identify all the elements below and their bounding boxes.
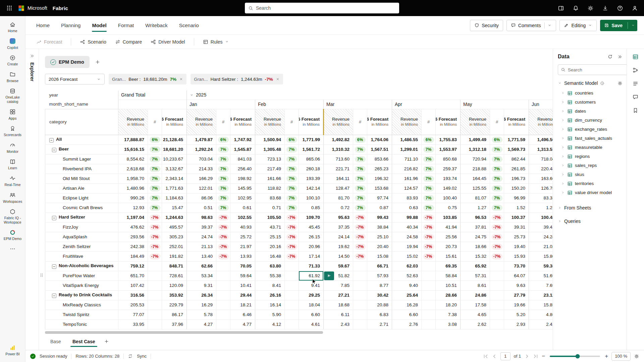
close-icon[interactable] — [276, 77, 280, 81]
grid-cell[interactable]: 198.92 — [230, 174, 255, 183]
sheet-tab-base[interactable]: Base — [45, 336, 66, 348]
grid-cell[interactable]: 6% — [285, 135, 299, 144]
grid-cell[interactable]: 703.04 — [187, 154, 216, 164]
grid-cell[interactable]: 51.69 — [529, 271, 553, 281]
grid-cell[interactable]: 86.06 — [187, 193, 216, 203]
grid-cell[interactable]: 4.65 — [461, 310, 490, 319]
close-icon[interactable] — [179, 77, 183, 81]
grid-cell[interactable]: 103.85 — [436, 213, 461, 222]
grid-cell[interactable]: -7% — [353, 213, 367, 222]
sheet-settings-button[interactable] — [634, 354, 639, 359]
grid-cell[interactable] — [353, 261, 367, 271]
grid-cell[interactable]: 45.45 — [299, 222, 324, 232]
forecast-version-dropdown[interactable]: 2026 Forecast — [45, 74, 105, 84]
grid-cell[interactable]: 7% — [490, 193, 504, 203]
grid-cell[interactable]: 9.41 — [299, 281, 324, 290]
horizontal-scrollbar-thumb[interactable] — [45, 331, 323, 334]
grid-cell[interactable]: 7% — [353, 154, 367, 164]
grid-cell[interactable]: -7% — [148, 213, 162, 222]
grid-cell[interactable] — [216, 271, 230, 281]
grid-cell[interactable]: 1,486.55 — [392, 135, 422, 144]
grid-cell[interactable]: 9.40 — [392, 281, 422, 290]
grid-cell[interactable]: 1,755.83 — [436, 135, 461, 144]
table-node-value-driver-model[interactable]: value driver model — [558, 188, 623, 197]
grid-cell[interactable]: 3.08 — [436, 319, 461, 329]
grid-cell[interactable] — [285, 300, 299, 310]
grid-cell[interactable] — [148, 310, 162, 319]
grid-cell[interactable]: 841.03 — [230, 154, 255, 164]
grid-cell[interactable] — [285, 271, 299, 281]
grid-cell[interactable]: 7% — [490, 164, 504, 174]
grid-cell[interactable]: 120.09 — [162, 281, 187, 290]
grid-cell[interactable]: 100.40 — [436, 193, 461, 203]
grid-cell[interactable]: 4.12 — [255, 319, 285, 329]
grid-cell[interactable]: 260.18 — [299, 164, 324, 174]
grid-cell[interactable]: 21,128.45 — [162, 135, 187, 144]
grid-cell[interactable]: 17.14 — [299, 251, 324, 261]
row-header-zenith-seltzer[interactable]: Zenith Seltzer — [45, 242, 118, 251]
grid-cell[interactable]: 71.33 — [299, 261, 324, 271]
grid-cell[interactable]: 17.58 — [461, 300, 490, 310]
grid-cell[interactable]: 153.68 — [367, 183, 392, 193]
grid-cell[interactable]: 6.11 — [324, 310, 353, 319]
grid-cell[interactable]: 7% — [285, 193, 299, 203]
grid-cell[interactable]: 63.80 — [255, 261, 285, 271]
grid-cell[interactable]: 21.02 — [529, 242, 553, 251]
grid-cell[interactable]: 7.69 — [529, 281, 553, 290]
queries-node[interactable]: Queries — [558, 219, 623, 224]
grid-cell[interactable]: 1.52 — [504, 203, 529, 213]
table-node-sales-reps[interactable]: sales_reps — [558, 161, 623, 170]
grid-cell[interactable]: 9.31 — [187, 281, 216, 290]
row-header-pureflow-water[interactable]: PureFlow Water — [45, 271, 118, 281]
collapse-group-icon[interactable]: − — [52, 148, 56, 152]
expand-explorer-button[interactable] — [30, 54, 35, 58]
row-header-aquasplash[interactable]: AquaSplash — [45, 232, 118, 242]
global-search[interactable] — [245, 3, 399, 13]
grid-cell[interactable]: 476.62 — [118, 222, 148, 232]
grid-cell[interactable]: 7% — [285, 154, 299, 164]
grid-cell[interactable]: 70.05 — [230, 261, 255, 271]
chevron-down-icon[interactable] — [190, 93, 194, 97]
grid-cell[interactable]: 7% — [422, 164, 436, 174]
grid-cell[interactable] — [353, 319, 367, 329]
table-node-fast-sales-actuals[interactable]: fast_sales_actuals — [558, 134, 623, 143]
grid-cell[interactable]: 196.73 — [504, 174, 529, 183]
add-sheet-button[interactable] — [104, 339, 109, 344]
fabric-logo[interactable]: Microsoft Fabric — [18, 5, 68, 11]
grid-cell[interactable]: 229.79 — [162, 300, 187, 310]
toolbar-compare-button[interactable]: Compare — [115, 39, 142, 45]
grid-cell[interactable]: 26.34 — [187, 290, 216, 300]
side-panel-button[interactable] — [558, 5, 564, 11]
grid-cell[interactable]: 15.02 — [392, 251, 422, 261]
grid-cell[interactable]: 95.63 — [324, 213, 353, 222]
variance-column-header[interactable]: # — [353, 109, 367, 135]
grid-cell[interactable]: 25.73 — [504, 232, 529, 242]
grid-cell[interactable]: 16.14 — [255, 300, 285, 310]
data-panel-search[interactable] — [558, 64, 630, 75]
grid-cell[interactable]: 15.85 — [529, 300, 553, 310]
table-node-countries[interactable]: countries — [558, 88, 623, 98]
month-header-jun[interactable]: Jun — [529, 100, 553, 109]
chevron-right-icon[interactable] — [561, 155, 565, 158]
comments-icon[interactable] — [632, 94, 639, 100]
grid-cell[interactable]: 96.99 — [504, 193, 529, 203]
forecast-column-header[interactable]: 2026 Forecastin Millions — [230, 109, 255, 135]
grid-cell[interactable]: 0.75 — [436, 203, 461, 213]
row-header-twistd-spiritz[interactable]: Twistd Spiritz — [45, 310, 118, 319]
grid-cell[interactable]: 1,305.48 — [255, 144, 285, 154]
grid-cell[interactable]: 8.41 — [255, 281, 285, 290]
grid-cell[interactable]: 5.20 — [504, 310, 529, 319]
grid-cell[interactable]: 196.32 — [367, 174, 392, 183]
month-header-mar[interactable]: Mar — [324, 100, 392, 109]
grid-cell[interactable]: 2.62 — [461, 319, 490, 329]
chevron-right-icon[interactable] — [561, 191, 565, 194]
comments-rail-button[interactable] — [632, 94, 639, 100]
grid-cell[interactable]: -7% — [148, 232, 162, 242]
grid-cell[interactable]: 4.61 — [299, 319, 324, 329]
previous-page-button[interactable] — [492, 354, 497, 359]
month-header-may[interactable]: May — [461, 100, 529, 109]
grid-cell[interactable]: 7% — [216, 174, 230, 183]
row-header-eclipse-light[interactable]: Eclipse Light — [45, 193, 118, 203]
collapse-group-icon[interactable]: − — [52, 264, 56, 269]
grid-cell[interactable]: 1,545.87 — [230, 144, 255, 154]
